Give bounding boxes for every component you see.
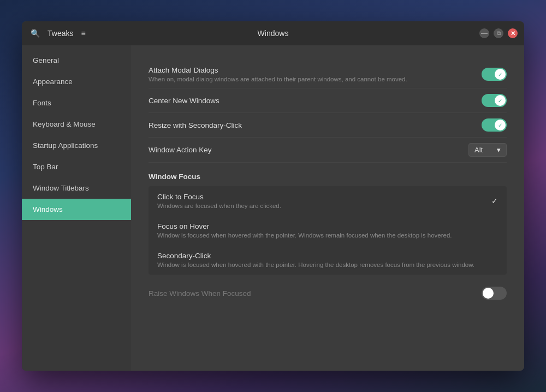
attach-modal-dialogs-labels: Attach Modal Dialogs When on, modal dial…	[149, 66, 407, 82]
sidebar-item-window-titlebars[interactable]: Window Titlebars	[22, 177, 131, 199]
window-action-key-value: Alt	[474, 146, 483, 154]
main-content: General Appearance Fonts Keyboard & Mous…	[22, 45, 524, 371]
attach-modal-dialogs-toggle[interactable]: ✓	[482, 68, 507, 81]
toggle-check-icon: ✓	[498, 72, 502, 78]
toggle-check-icon: ✓	[498, 122, 502, 128]
secondary-click-focus-desc: Window is focused when hovered with the …	[157, 262, 498, 268]
window-title: Windows	[138, 29, 408, 38]
title-bar-left: 🔍 Tweaks ≡	[28, 27, 138, 40]
secondary-click-focus-option[interactable]: Secondary-Click Window is focused when h…	[149, 245, 507, 275]
title-bar-controls: — ⧉ ✕	[408, 28, 518, 38]
window-focus-section-header: Window Focus	[149, 163, 507, 186]
attach-modal-dialogs-row: Attach Modal Dialogs When on, modal dial…	[149, 61, 507, 88]
window-action-key-dropdown[interactable]: Alt ▾	[468, 143, 507, 157]
center-new-windows-row: Center New Windows ✓	[149, 88, 507, 113]
sidebar-item-startup-applications[interactable]: Startup Applications	[22, 135, 131, 156]
secondary-click-focus-title: Secondary-Click	[157, 252, 498, 260]
resize-secondary-click-labels: Resize with Secondary-Click	[149, 121, 242, 129]
toggle-knob: ✓	[495, 95, 506, 106]
app-title: Tweaks	[48, 29, 73, 38]
center-new-windows-toggle[interactable]: ✓	[482, 94, 507, 107]
sidebar: General Appearance Fonts Keyboard & Mous…	[22, 45, 131, 371]
focus-options-container: Click to Focus Windows are focused when …	[149, 186, 507, 275]
raise-windows-row: Raise Windows When Focused	[149, 280, 507, 306]
focus-on-hover-title: Focus on Hover	[157, 222, 498, 230]
resize-secondary-click-row: Resize with Secondary-Click ✓	[149, 113, 507, 138]
menu-icon[interactable]: ≡	[79, 27, 87, 40]
resize-secondary-click-label: Resize with Secondary-Click	[149, 121, 242, 129]
click-to-focus-option[interactable]: Click to Focus Windows are focused when …	[149, 186, 507, 216]
sidebar-item-top-bar[interactable]: Top Bar	[22, 156, 131, 177]
raise-windows-toggle[interactable]	[482, 287, 507, 300]
toggle-knob	[483, 288, 494, 299]
click-to-focus-title: Click to Focus	[157, 193, 498, 201]
focus-on-hover-option[interactable]: Focus on Hover Window is focused when ho…	[149, 216, 507, 245]
attach-modal-dialogs-desc: When on, modal dialog windows are attach…	[149, 76, 407, 82]
click-to-focus-desc: Windows are focused when they are clicke…	[157, 203, 498, 209]
sidebar-item-keyboard-mouse[interactable]: Keyboard & Mouse	[22, 114, 131, 135]
search-icon[interactable]: 🔍	[28, 27, 42, 40]
toggle-knob: ✓	[495, 69, 506, 80]
chevron-down-icon: ▾	[497, 146, 501, 154]
close-button[interactable]: ✕	[508, 28, 518, 38]
center-new-windows-label: Center New Windows	[149, 97, 219, 105]
sidebar-item-general[interactable]: General	[22, 50, 131, 71]
resize-secondary-click-toggle[interactable]: ✓	[482, 118, 507, 132]
title-bar: 🔍 Tweaks ≡ Windows — ⧉ ✕	[22, 21, 524, 45]
minimize-button[interactable]: —	[479, 28, 489, 38]
click-to-focus-check-icon: ✓	[491, 197, 498, 205]
focus-on-hover-desc: Window is focused when hovered with the …	[157, 232, 498, 239]
window-action-key-row: Window Action Key Alt ▾	[149, 138, 507, 163]
raise-windows-label: Raise Windows When Focused	[149, 289, 251, 298]
toggle-check-icon: ✓	[498, 98, 502, 104]
toggle-knob: ✓	[495, 120, 506, 130]
sidebar-item-appearance[interactable]: Appearance	[22, 71, 131, 92]
sidebar-item-fonts[interactable]: Fonts	[22, 92, 131, 114]
content-panel: Attach Modal Dialogs When on, modal dial…	[131, 45, 524, 371]
attach-modal-dialogs-label: Attach Modal Dialogs	[149, 66, 407, 74]
sidebar-item-windows[interactable]: Windows	[22, 199, 131, 220]
window-action-key-label: Window Action Key	[149, 146, 212, 154]
restore-button[interactable]: ⧉	[494, 28, 503, 38]
app-window: 🔍 Tweaks ≡ Windows — ⧉ ✕ General Appeara…	[22, 21, 524, 371]
center-new-windows-labels: Center New Windows	[149, 97, 219, 105]
